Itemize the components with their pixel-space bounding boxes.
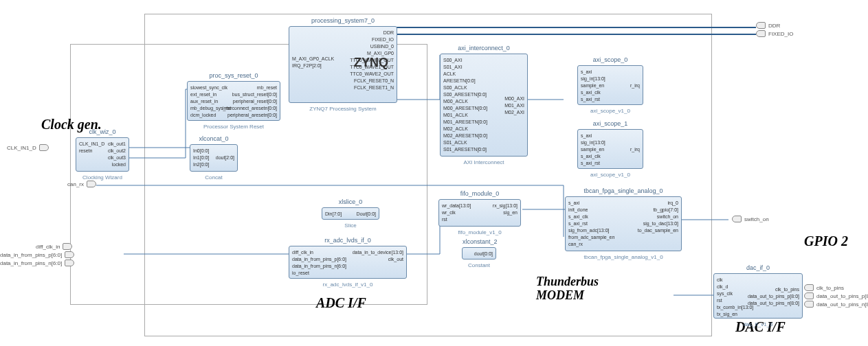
port-list-left: s_axi init_done s_axi_clk s_axi_rst sig_… (568, 200, 614, 248)
annotation-thunderbus: Thunderbus MODEM (536, 275, 625, 302)
block-title: xlconcat_0 (190, 135, 237, 142)
port: dout[0:0] (474, 251, 493, 257)
port: data_out_to_pins_n[8:0] (748, 300, 799, 307)
annotation-gpio2: GPIO 2 (804, 233, 848, 249)
port: io_reset (292, 270, 346, 277)
block-fifo-module[interactable]: fifo_module_0 wr_data[13:0] wr_clk rst r… (438, 199, 521, 227)
block-title: axi_interconnect_0 (441, 45, 527, 51)
port: tx_sig_en (717, 311, 753, 318)
port: sig_from_adc[13:0] (568, 227, 614, 234)
port: sig_en (493, 209, 518, 216)
port-list-left: M_AXI_GP0_ACLK IRQ_F2P[2:0] (292, 56, 334, 69)
port: s_axi_rst (568, 220, 614, 227)
block-xlconcat[interactable]: xlconcat_0 In0[0:0] In1[0:0] In2[0:0] do… (190, 144, 238, 172)
port: clk_out1 (108, 141, 126, 148)
block-tbcan[interactable]: tbcan_fpga_single_analog_0 s_axi init_do… (565, 196, 682, 251)
port-list-left: wr_data[13:0] wr_clk rst (442, 203, 471, 223)
block-xlconstant[interactable]: xlconstant_2 dout[0:0] Constant (462, 247, 496, 260)
port-icon (804, 284, 814, 291)
port-icon (65, 251, 74, 258)
port-label: data_in_from_pins_p[6:0] (0, 252, 62, 258)
block-rx-adc-lvds[interactable]: rx_adc_lvds_if_0 diff_clk_in data_in_fro… (289, 246, 407, 279)
port-list-right: DDR FIXED_IO USBIND_0 M_AXI_GP0 TTC0_WAV… (350, 30, 394, 91)
port: bus_struct_reset[0:0] (223, 91, 277, 98)
port-list-left: S00_AXI S01_AXI ACLK ARESETN[0:0] S00_AC… (443, 57, 487, 153)
port: to_dac_sample_en (638, 227, 678, 234)
block-proc-sys-reset[interactable]: proc_sys_reset_0 slowest_sync_clk ext_re… (187, 81, 280, 121)
block-processing-system7[interactable]: processing_system7_0 ZYNQ M_AXI_GP0_ACLK… (289, 26, 397, 103)
ext-port-clk-to-pins: clk_to_pins (804, 284, 844, 291)
block-title: clk_wiz_0 (76, 128, 129, 135)
annotation-adc-if: ADC I/F (316, 295, 366, 311)
port: sample_en (581, 146, 605, 153)
port: CLK_IN1_D (79, 141, 104, 148)
port: Dout[0:0] (357, 211, 376, 218)
port: rst (442, 216, 471, 223)
port-label: FIXED_IO (768, 31, 793, 37)
block-axi-scope-0[interactable]: axi_scope_0 s_axi sig_in[13:0] sample_en… (577, 65, 643, 105)
port-list-right: r_irq (630, 146, 640, 153)
port-list-left: In0[0:0] In1[0:0] In2[0:0] (193, 148, 209, 168)
port: USBIND_0 (350, 43, 394, 50)
port-label: data_out_to_pins_p[8:0] (816, 293, 868, 299)
port-label: data_out_to_pins_n[8:0] (816, 301, 868, 308)
block-dac-if[interactable]: dac_if_0 clk clk_d sys_clk rst tx_comb_i… (713, 273, 803, 319)
port-label: diff_clk_in (36, 244, 60, 250)
block-title: tbcan_fpga_single_analog_0 (566, 187, 681, 194)
port-list-left: diff_clk_in data_in_from_pins_p[6:0] dat… (292, 249, 346, 277)
port: M02_ARESETN[0:0] (443, 132, 487, 139)
port: init_done (568, 207, 614, 214)
port: r_irq (630, 146, 640, 153)
port-label: DDR (768, 23, 780, 29)
port: S01_AXI (443, 64, 487, 71)
port: FCLK_RESET1_N (350, 84, 394, 91)
port-list-right: Dout[0:0] (357, 211, 376, 218)
port: M00_ACLK (443, 98, 487, 105)
port: FCLK_RESET0_N (350, 78, 394, 84)
port: S01_ACLK (443, 139, 487, 146)
block-footer: Constant (463, 262, 496, 268)
port-icon (65, 260, 74, 266)
port-list-right: rx_sig[13:0] sig_en (493, 203, 518, 216)
port: M02_ACLK (443, 126, 487, 132)
port: s_axi_rst (581, 96, 605, 103)
port-list-right: dout[0:0] (474, 251, 493, 257)
port: M02_AXI (504, 109, 524, 116)
ext-port-fixed-io: FIXED_IO (756, 30, 793, 37)
diagram-canvas: Clock gen. ADC I/F Thunderbus MODEM DAC … (0, 0, 868, 346)
block-footer: rx_adc_lvds_if_v1_0 (289, 281, 406, 288)
block-title: axi_scope_1 (578, 120, 643, 127)
port-list-right: r_irq (630, 82, 640, 89)
port: In1[0:0] (193, 154, 209, 161)
block-title: axi_scope_0 (578, 56, 643, 63)
block-xlslice[interactable]: xlslice_0 Din[7:0] Dout[0:0] Slice (322, 207, 379, 220)
port-icon (732, 216, 742, 222)
port: TTC0_WAVE2_OUT (350, 71, 394, 78)
port: mb_reset (223, 84, 277, 91)
port: data_in_from_pins_n[6:0] (292, 263, 346, 270)
block-footer: Clocking Wizard (76, 174, 129, 181)
block-footer: tbcan_fpga_single_analog_v1_0 (566, 254, 681, 260)
port: clk_out3 (108, 154, 126, 161)
block-title: fifo_module_0 (439, 190, 520, 197)
block-clk-wiz[interactable]: clk_wiz_0 CLK_IN1_D resetn clk_out1 clk_… (76, 137, 129, 172)
ext-port-can-rx: can_rx (67, 181, 96, 187)
ext-port-ddr: DDR (756, 22, 780, 29)
block-axi-scope-1[interactable]: axi_scope_1 s_axi sig_in[13:0] sample_en… (577, 129, 643, 169)
port: M00_ARESETN[0:0] (443, 105, 487, 112)
block-axi-interconnect[interactable]: axi_interconnect_0 S00_AXI S01_AXI ACLK … (440, 54, 528, 157)
port-label: can_rx (67, 181, 84, 187)
port-list-right: data_in_to_device[13:0] clk_out (353, 249, 403, 263)
port-list-right: clk_to_pins data_out_to_pins_p[8:0] data… (748, 286, 799, 307)
block-footer: Concat (190, 174, 237, 181)
port: wr_clk (442, 209, 471, 216)
port: diff_clk_in (292, 249, 346, 256)
port: locked (108, 161, 126, 168)
port: dout[2:0] (216, 154, 234, 161)
annotation-thunderbus-text: Thunderbus MODEM (536, 275, 625, 302)
port-list-left: Din[7:0] (325, 211, 342, 218)
block-footer: dac_if_v1_0 (714, 321, 802, 327)
port: wr_data[13:0] (442, 203, 471, 209)
port: TTC0_WAVE1_OUT (350, 64, 394, 71)
port: M01_ACLK (443, 112, 487, 119)
